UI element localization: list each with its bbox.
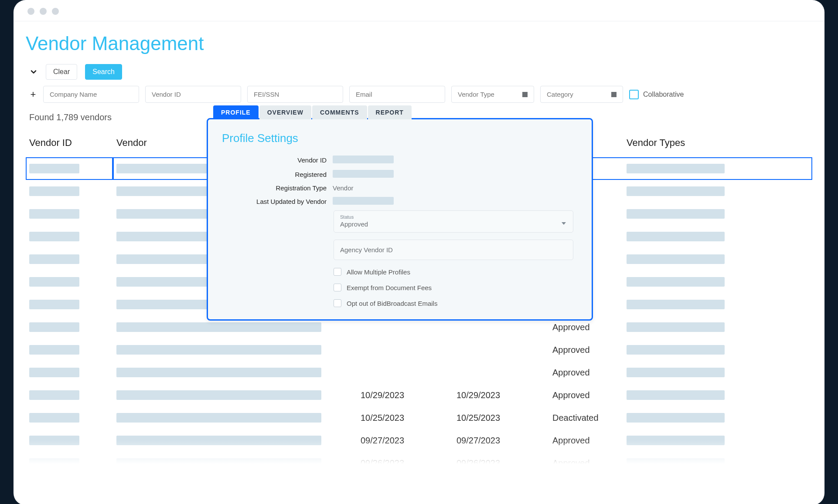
table-row[interactable]: Approved (26, 361, 812, 384)
checkbox-exempt-fees[interactable]: Exempt from Document Fees (334, 284, 578, 291)
table-row[interactable]: 09/26/202309/26/2023Approved (26, 452, 812, 474)
cell-vendor (116, 345, 321, 355)
cell-vendor (116, 413, 321, 423)
cell-vendor-types (627, 458, 725, 468)
tab-overview[interactable]: OVERVIEW (259, 105, 311, 119)
chevron-down-icon[interactable] (29, 68, 38, 76)
cell-status: Approved (549, 338, 623, 361)
cell-status: Approved (549, 452, 623, 474)
table-row[interactable]: 10/29/202310/29/2023Approved (26, 384, 812, 406)
cell-vendor-types (627, 254, 725, 264)
select-handle-icon (522, 92, 528, 97)
category-label: Category (547, 91, 573, 98)
cell-date2 (453, 361, 549, 384)
app-window: Vendor Management Clear Search + Vendor … (14, 0, 824, 504)
cell-status: Deactivated (549, 406, 623, 429)
label-registered: Registered (222, 171, 333, 178)
value-last-updated (333, 197, 394, 205)
checkbox-icon (334, 268, 341, 276)
checkbox-opt-out[interactable]: Opt out of BidBroadcast Emails (334, 299, 578, 307)
checkbox-label: Opt out of BidBroadcast Emails (347, 300, 437, 307)
cell-vendor-id (29, 368, 79, 377)
cell-status: Approved (549, 429, 623, 452)
cell-date2: 09/26/2023 (453, 452, 549, 474)
cell-vendor (116, 322, 321, 332)
cell-vendor-id (29, 254, 79, 264)
cell-vendor-types (627, 186, 725, 196)
col-vendor-types[interactable]: Vendor Types (623, 129, 812, 157)
cell-date1: 10/25/2023 (357, 406, 453, 429)
cell-vendor-types (627, 300, 725, 309)
vendor-table-wrap: Vendor ID Vendor Status Vendor Types App… (26, 129, 812, 474)
cell-vendor-id (29, 209, 79, 219)
cell-vendor-types (627, 232, 725, 241)
value-vendor-id (333, 156, 394, 163)
cell-date1: 09/26/2023 (357, 452, 453, 474)
checkbox-icon (629, 90, 639, 99)
cell-vendor-id (29, 186, 79, 196)
agency-vendor-id-input[interactable]: Agency Vendor ID (334, 240, 573, 260)
window-titlebar (14, 0, 824, 21)
value-registration-type: Vendor (333, 184, 578, 192)
tab-profile[interactable]: PROFILE (213, 105, 259, 119)
cell-date2: 09/27/2023 (453, 429, 549, 452)
value-registered (333, 170, 394, 178)
status-select[interactable]: Status Approved (334, 210, 573, 233)
traffic-light-dot (40, 8, 47, 15)
label-last-updated: Last Updated by Vendor (222, 198, 333, 205)
vendor-type-select[interactable]: Vendor Type (451, 86, 534, 103)
cell-vendor-types (627, 164, 725, 173)
cell-vendor-types (627, 322, 725, 332)
cell-vendor-id (29, 322, 79, 332)
email-input[interactable] (349, 86, 445, 103)
cell-vendor-types (627, 413, 725, 423)
page-title: Vendor Management (26, 33, 812, 54)
cell-vendor-types (627, 277, 725, 287)
clear-button[interactable]: Clear (46, 64, 77, 80)
cell-vendor-id (29, 413, 79, 423)
traffic-light-dot (52, 8, 59, 15)
cell-vendor (116, 458, 321, 468)
col-vendor-id[interactable]: Vendor ID (26, 129, 113, 157)
tab-comments[interactable]: COMMENTS (312, 105, 367, 119)
cell-vendor (116, 436, 321, 445)
cell-vendor-id (29, 277, 79, 287)
caret-down-icon (562, 222, 566, 225)
cell-date2: 10/29/2023 (453, 384, 549, 406)
table-row[interactable]: Approved (26, 338, 812, 361)
company-name-input[interactable] (43, 86, 139, 103)
cell-date1 (357, 361, 453, 384)
profile-panel: PROFILE OVERVIEW COMMENTS REPORT Profile… (207, 118, 593, 321)
cell-vendor-id (29, 390, 79, 400)
panel-heading: Profile Settings (222, 132, 578, 145)
cell-vendor (116, 368, 321, 377)
cell-vendor-types (627, 209, 725, 219)
status-field-value: Approved (340, 220, 567, 228)
cell-vendor (116, 390, 321, 400)
cell-vendor-types (627, 345, 725, 355)
checkbox-allow-multiple[interactable]: Allow Multiple Profiles (334, 268, 578, 276)
cell-vendor-id (29, 345, 79, 355)
status-field-label: Status (340, 214, 567, 220)
label-registration-type: Registration Type (222, 184, 333, 192)
cell-vendor-types (627, 390, 725, 400)
tab-report[interactable]: REPORT (368, 105, 412, 119)
table-row[interactable]: 10/25/202310/25/2023Deactivated (26, 406, 812, 429)
search-button[interactable]: Search (85, 64, 122, 80)
traffic-light-dot (27, 8, 34, 15)
category-select[interactable]: Category (540, 86, 623, 103)
cell-vendor-id (29, 300, 79, 309)
add-filter-icon[interactable]: + (29, 89, 37, 100)
cell-status: Approved (549, 384, 623, 406)
cell-date1 (357, 338, 453, 361)
cell-vendor-types (627, 436, 725, 445)
cell-status: Approved (549, 361, 623, 384)
cell-date2 (453, 338, 549, 361)
fei-ssn-input[interactable] (247, 86, 343, 103)
collaborative-checkbox[interactable]: Collaborative (629, 90, 684, 99)
cell-date1: 09/27/2023 (357, 429, 453, 452)
select-handle-icon (611, 92, 617, 97)
vendor-id-input[interactable] (145, 86, 241, 103)
table-row[interactable]: 09/27/202309/27/2023Approved (26, 429, 812, 452)
checkbox-label: Allow Multiple Profiles (347, 268, 410, 276)
